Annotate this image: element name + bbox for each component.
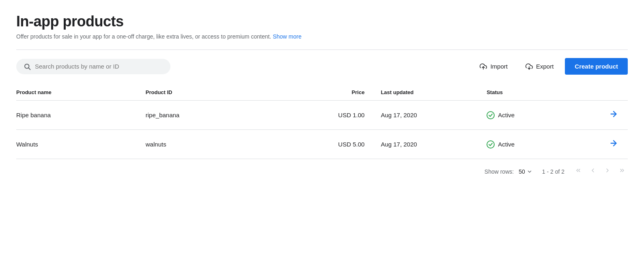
row-arrow-cell[interactable] (592, 101, 628, 130)
active-status-icon (487, 140, 495, 149)
show-rows-label: Show rows: (485, 168, 514, 175)
import-button[interactable]: Import (473, 59, 514, 74)
first-page-button[interactable] (573, 166, 584, 177)
status-label: Active (498, 141, 515, 148)
prev-page-button[interactable] (587, 166, 599, 177)
page-subtitle: Offer products for sale in your app for … (16, 33, 628, 40)
page-container: In-app products Offer products for sale … (0, 0, 644, 190)
first-page-icon (575, 167, 582, 174)
status-badge: Active (487, 140, 586, 149)
status-badge: Active (487, 111, 586, 119)
products-table: Product name Product ID Price Last updat… (16, 86, 628, 159)
product-status-cell: Active (487, 130, 592, 159)
active-status-icon (487, 111, 495, 119)
show-more-link[interactable]: Show more (273, 33, 302, 40)
col-header-name: Product name (16, 86, 146, 101)
product-updated-cell: Aug 17, 2020 (381, 101, 487, 130)
col-header-status: Status (487, 86, 592, 101)
row-navigate-button[interactable] (606, 137, 621, 151)
section-divider (16, 50, 628, 50)
col-header-action (592, 86, 628, 101)
row-navigate-button[interactable] (606, 108, 621, 122)
next-page-icon (604, 167, 611, 174)
rows-per-page-selector[interactable]: 50 (517, 168, 534, 176)
product-id-cell: ripe_banana (146, 101, 287, 130)
search-icon (24, 63, 31, 70)
arrow-right-icon (609, 139, 618, 148)
export-label: Export (536, 63, 554, 70)
table-row[interactable]: Walnuts walnuts USD 5.00 Aug 17, 2020 Ac… (16, 130, 628, 159)
table-body: Ripe banana ripe_banana USD 1.00 Aug 17,… (16, 101, 628, 159)
table-row[interactable]: Ripe banana ripe_banana USD 1.00 Aug 17,… (16, 101, 628, 130)
page-title: In-app products (16, 13, 628, 30)
dropdown-icon (527, 169, 532, 174)
status-label: Active (498, 112, 515, 118)
product-name-cell: Ripe banana (16, 101, 146, 130)
import-icon (480, 63, 487, 70)
create-product-button[interactable]: Create product (565, 58, 628, 75)
col-header-id: Product ID (146, 86, 287, 101)
product-id-cell: walnuts (146, 130, 287, 159)
import-label: Import (490, 63, 508, 70)
row-arrow-cell[interactable] (592, 130, 628, 159)
toolbar: Import Export Create product (16, 58, 628, 75)
table-header: Product name Product ID Price Last updat… (16, 86, 628, 101)
search-box[interactable] (16, 59, 170, 74)
product-name-cell: Walnuts (16, 130, 146, 159)
pagination-row: Show rows: 50 1 - 2 of 2 (16, 159, 628, 181)
prev-page-icon (590, 167, 596, 174)
product-status-cell: Active (487, 101, 592, 130)
product-price-cell: USD 1.00 (287, 101, 381, 130)
export-icon (526, 63, 533, 70)
svg-line-1 (28, 68, 30, 69)
col-header-updated: Last updated (381, 86, 487, 101)
page-info: 1 - 2 of 2 (542, 168, 564, 175)
product-price-cell: USD 5.00 (287, 130, 381, 159)
export-button[interactable]: Export (519, 59, 560, 74)
search-input[interactable] (35, 63, 163, 70)
col-header-price: Price (287, 86, 381, 101)
next-page-button[interactable] (602, 166, 613, 177)
product-updated-cell: Aug 17, 2020 (381, 130, 487, 159)
last-page-button[interactable] (616, 166, 628, 177)
last-page-icon (619, 167, 625, 174)
arrow-right-icon (609, 110, 618, 118)
rows-per-page-value: 50 (519, 168, 525, 175)
